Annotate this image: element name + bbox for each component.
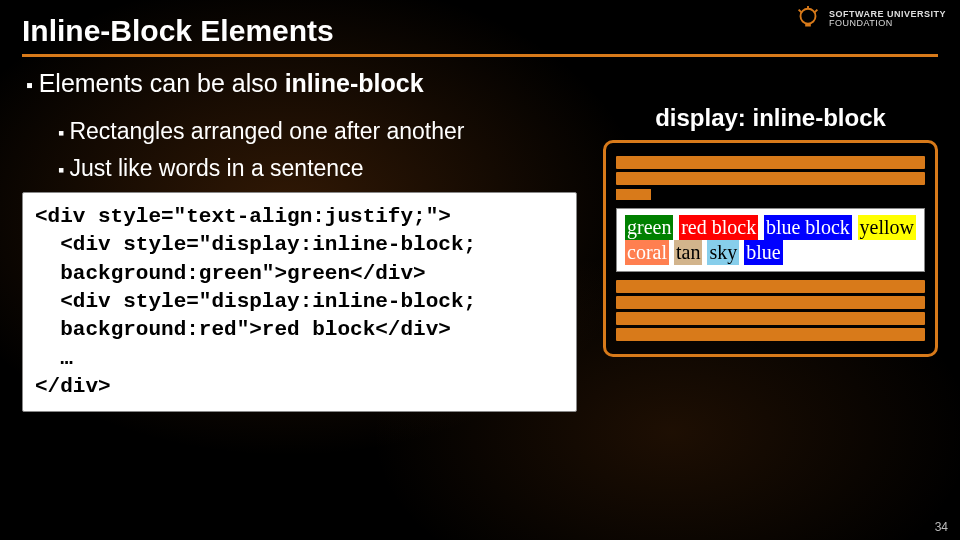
text-bar-short (616, 189, 651, 200)
code-sample: <div style="text-align:justify;"> <div s… (22, 192, 577, 412)
text-bar (616, 156, 925, 169)
bullet-main: Elements can be also inline-block (26, 69, 938, 98)
brand-logo: SOFTWARE UNIVERSITY FOUNDATION (793, 4, 946, 34)
brand-text: SOFTWARE UNIVERSITY FOUNDATION (829, 10, 946, 29)
text-bar (616, 280, 925, 293)
demo-green: green (625, 215, 673, 240)
inline-block-demo: green red block blue block yellow coral … (616, 208, 925, 272)
svg-point-0 (800, 9, 815, 24)
demo-yellow: yellow (858, 215, 916, 240)
demo-blue: blue (744, 240, 782, 265)
brand-line2: FOUNDATION (829, 19, 946, 28)
demo-blueblock: blue block (764, 215, 852, 240)
text-bar (616, 328, 925, 341)
demo-sky: sky (707, 240, 739, 265)
bullet-sub-2: Just like words in a sentence (58, 155, 585, 182)
lightbulb-icon (793, 4, 823, 34)
text-bar (616, 296, 925, 309)
demo-frame: green red block blue block yellow coral … (603, 140, 938, 357)
bullet-sub-1: Rectangles arranged one after another (58, 118, 585, 145)
bullet-main-keyword: inline-block (285, 69, 424, 97)
demo-red: red block (679, 215, 758, 240)
text-bar (616, 172, 925, 185)
demo-title: display: inline-block (603, 104, 938, 132)
demo-tan: tan (674, 240, 702, 265)
slide-number: 34 (935, 520, 948, 534)
bullet-main-text: Elements can be also (39, 69, 285, 97)
text-bar (616, 312, 925, 325)
demo-coral: coral (625, 240, 669, 265)
